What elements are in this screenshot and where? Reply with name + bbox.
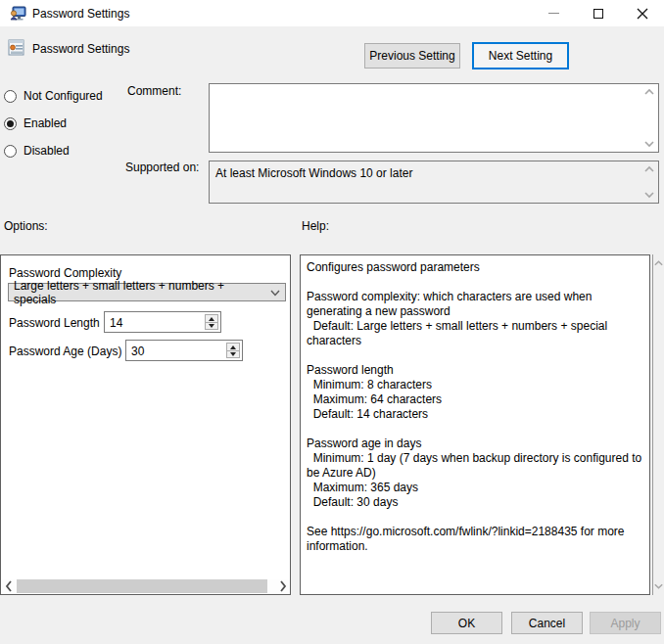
scroll-down-icon[interactable]	[643, 140, 655, 148]
supported-on-value: At least Microsoft Windows 10 or later	[215, 166, 412, 180]
radio-disabled[interactable]: Disabled	[4, 144, 70, 158]
scroll-right-icon	[279, 580, 287, 592]
previous-setting-button[interactable]: Previous Setting	[364, 43, 460, 69]
spin-up-icon	[209, 317, 214, 321]
comment-label: Comment:	[127, 84, 181, 98]
scroll-up-icon[interactable]	[643, 88, 655, 96]
supported-on-box: At least Microsoft Windows 10 or later	[209, 161, 659, 204]
window-title: Password Settings	[32, 7, 129, 21]
cancel-button[interactable]: Cancel	[511, 612, 583, 634]
radio-enabled-label: Enabled	[24, 116, 67, 130]
password-complexity-value: Large letters + small letters + numbers …	[14, 279, 265, 306]
group-policy-app-icon	[10, 5, 26, 22]
password-age-label: Password Age (Days)	[9, 345, 121, 358]
maximize-button[interactable]	[576, 0, 620, 26]
minimize-icon	[548, 13, 559, 14]
password-settings-dialog: Password Settings Password Settings Prev…	[0, 0, 664, 644]
spin-down-icon	[230, 352, 236, 356]
spin-up-button[interactable]	[227, 344, 239, 350]
spin-down-button[interactable]	[206, 322, 217, 329]
next-setting-button[interactable]: Next Setting	[472, 42, 569, 69]
apply-button: Apply	[590, 612, 661, 634]
ok-button[interactable]: OK	[431, 612, 502, 634]
scroll-down-icon	[653, 582, 664, 590]
options-section-label: Options:	[4, 219, 48, 233]
scroll-up-button[interactable]	[653, 256, 664, 270]
title-bar: Password Settings	[0, 0, 664, 26]
radio-circle-icon	[4, 90, 17, 103]
spinner-buttons	[205, 314, 218, 330]
help-textbox[interactable]: Configures password parameters Password …	[300, 254, 650, 595]
scroll-up-icon	[653, 259, 664, 267]
help-section-label: Help:	[302, 219, 329, 233]
supported-on-label: Supported on:	[125, 161, 199, 174]
password-age-stepper[interactable]: 30	[125, 340, 243, 361]
radio-circle-icon	[4, 145, 17, 158]
comment-textarea[interactable]	[209, 83, 659, 153]
radio-not-configured-label: Not Configured	[24, 89, 103, 103]
password-complexity-dropdown[interactable]: Large letters + small letters + numbers …	[8, 283, 286, 301]
scroll-down-button[interactable]	[653, 579, 664, 593]
scroll-left-button[interactable]	[2, 579, 16, 593]
scroll-right-button[interactable]	[276, 579, 290, 593]
close-button[interactable]	[620, 0, 664, 26]
spin-down-icon	[209, 324, 214, 328]
radio-not-configured[interactable]: Not Configured	[4, 89, 103, 103]
scroll-left-icon	[5, 580, 13, 592]
chevron-down-icon	[270, 290, 280, 297]
password-age-value: 30	[131, 345, 144, 358]
radio-circle-icon	[4, 117, 17, 130]
spin-up-icon	[230, 345, 236, 349]
radio-disabled-label: Disabled	[24, 144, 70, 158]
help-vertical-scrollbar[interactable]	[652, 254, 664, 595]
spin-down-button[interactable]	[227, 350, 239, 357]
password-length-label: Password Length	[9, 316, 100, 330]
password-length-stepper[interactable]: 14	[104, 311, 221, 333]
scroll-up-icon[interactable]	[643, 165, 655, 173]
password-length-value: 14	[110, 316, 122, 330]
setting-title: Password Settings	[32, 42, 129, 56]
scroll-down-icon[interactable]	[643, 191, 655, 199]
options-panel: Password Complexity Large letters + smal…	[0, 254, 291, 595]
radio-enabled[interactable]: Enabled	[4, 116, 67, 130]
minimize-button[interactable]	[532, 0, 576, 26]
spinner-buttons	[226, 343, 240, 358]
options-horizontal-scrollbar[interactable]	[2, 579, 290, 593]
scrollbar-thumb[interactable]	[17, 579, 267, 593]
maximize-icon	[593, 9, 603, 19]
close-icon	[637, 8, 648, 20]
spin-up-button[interactable]	[206, 315, 217, 322]
policy-setting-icon	[8, 39, 24, 56]
